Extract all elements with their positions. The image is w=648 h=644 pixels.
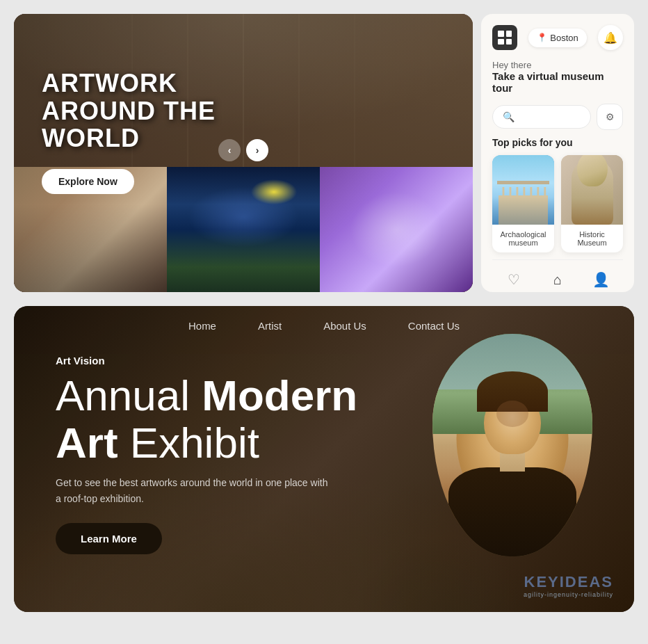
app-greeting: Hey there Take a virtual museum tour (492, 57, 623, 97)
brand-name: KEYIDEAS (524, 573, 613, 591)
main-headline: Annual Modern Art Exhibit (56, 372, 357, 467)
gallery-text-block: ARTWORK AROUND THE WORLD Explore Now (42, 70, 216, 194)
carousel-controls: ‹ › (218, 139, 268, 161)
gallery-title: ARTWORK AROUND THE WORLD (42, 70, 216, 152)
explore-button[interactable]: Explore Now (42, 169, 134, 194)
bell-icon: 🔔 (604, 31, 617, 45)
nav-favorites-button[interactable]: ♡ (500, 266, 528, 293)
tagline-text: Take a virtual museum tour (492, 70, 623, 94)
bottom-nav: Home Artist About Us Contact Us (14, 320, 634, 332)
museum-card-historic[interactable]: Historic Museum (561, 155, 623, 252)
nav-home-button[interactable]: ⌂ (544, 266, 572, 293)
headline-annual: Annual (56, 371, 202, 419)
nav-profile-button[interactable]: 👤 (588, 266, 615, 293)
gallery-card: ARTWORK AROUND THE WORLD Explore Now (14, 14, 473, 292)
greeting-text: Hey there (492, 60, 623, 70)
grid-dot-1 (498, 31, 504, 37)
thumb-installation-img (320, 167, 473, 292)
nav-contact-link[interactable]: Contact Us (408, 320, 460, 332)
museum-card-historic-label: Historic Museum (561, 225, 623, 252)
museum-card-historic-img (561, 155, 623, 225)
grid-dot-3 (498, 39, 504, 45)
nav-about-link[interactable]: About Us (323, 320, 366, 332)
art-vision-label: Art Vision (56, 355, 357, 367)
description-text: Get to see the best artworks around the … (56, 475, 334, 506)
bottom-section: Home Artist About Us Contact Us Art Visi… (14, 306, 634, 612)
nav-home-link[interactable]: Home (188, 320, 216, 332)
app-grid-icon (492, 25, 517, 50)
headline-line-1: Annual Modern (56, 372, 357, 419)
museum-card-archaeological-label: Archaological museum (492, 225, 554, 252)
heart-icon: ♡ (508, 271, 520, 288)
filter-button[interactable]: ⚙ (597, 104, 623, 130)
search-icon: 🔍 (503, 111, 515, 122)
carousel-next-button[interactable]: › (246, 139, 268, 161)
profile-icon: 👤 (592, 271, 610, 288)
headline-modern: Modern (202, 371, 357, 419)
grid-dot-4 (506, 39, 512, 45)
grid-dot-2 (506, 31, 512, 37)
mona-lisa-container (432, 334, 592, 556)
mona-lisa-image (432, 334, 592, 556)
top-picks-label: Top picks for you (492, 137, 623, 148)
search-box[interactable]: 🔍 (492, 105, 591, 129)
keyideas-brand: KEYIDEAS agility-ingenuity-reliability (524, 573, 613, 598)
filter-icon: ⚙ (606, 111, 615, 122)
location-badge[interactable]: 📍 Boston (528, 29, 586, 47)
brand-tagline: agility-ingenuity-reliability (524, 591, 613, 598)
location-text: Boston (550, 33, 578, 43)
museum-card-archaeological-img (492, 155, 554, 225)
search-input[interactable] (520, 112, 581, 122)
headline-art: Art (56, 419, 118, 467)
search-row: 🔍 ⚙ (492, 104, 623, 130)
notification-button[interactable]: 🔔 (598, 25, 623, 50)
carousel-prev-button[interactable]: ‹ (218, 139, 241, 161)
museum-cards-row: Archaological museum Historic Museum (492, 155, 623, 252)
home-icon: ⌂ (553, 272, 562, 288)
nav-artist-link[interactable]: Artist (258, 320, 282, 332)
app-card: 📍 Boston 🔔 Hey there Take a virtual muse… (481, 14, 634, 292)
museum-card-archaeological[interactable]: Archaological museum (492, 155, 554, 252)
app-header: 📍 Boston 🔔 (492, 25, 623, 50)
app-bottom-nav: ♡ ⌂ 👤 (492, 259, 623, 293)
headline-exhibit: Exhibit (118, 419, 259, 467)
bottom-content: Art Vision Annual Modern Art Exhibit Get… (56, 355, 357, 554)
headline-line-2: Art Exhibit (56, 419, 357, 467)
top-section: ARTWORK AROUND THE WORLD Explore Now (0, 0, 648, 306)
learn-more-button[interactable]: Learn More (56, 523, 162, 554)
thumbnail-installation[interactable] (320, 167, 473, 292)
location-pin-icon: 📍 (537, 33, 547, 42)
